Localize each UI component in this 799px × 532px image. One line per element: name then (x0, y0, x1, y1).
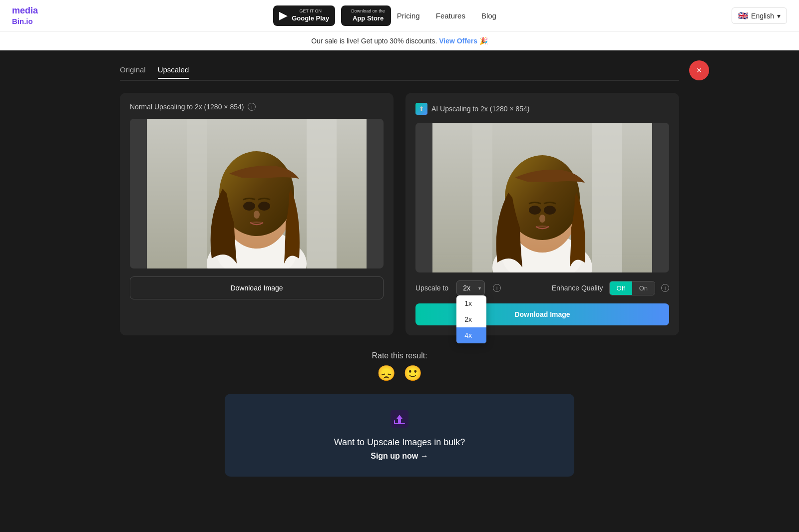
view-offers-link[interactable]: View Offers 🎉 (439, 37, 488, 45)
nav-blog[interactable]: Blog (481, 11, 496, 20)
upscale-dropdown: 1x 2x 4x (456, 295, 486, 343)
header: mediaBin.io ▶ GET IT ON Google Play Down… (0, 0, 799, 32)
svg-rect-13 (472, 123, 492, 272)
images-comparison: Normal Upscaling to 2x (1280 × 854) i (120, 93, 679, 335)
upscale-select[interactable]: 1x 2x 4x (456, 280, 485, 295)
sale-text: Our sale is live! Get upto 30% discounts… (311, 37, 437, 45)
bulk-cta-icon (241, 410, 558, 431)
normal-image (130, 119, 384, 268)
enhance-toggle: Off On (609, 281, 655, 295)
dropdown-item-2x[interactable]: 2x (456, 311, 486, 327)
upscale-select-wrapper: 1x 2x 4x ▾ 1x 2x 4x (456, 280, 485, 295)
rating-bad-emoji[interactable]: 😞 (377, 364, 396, 382)
google-play-label: Google Play (292, 14, 329, 23)
language-label: English (751, 12, 774, 20)
nav-features[interactable]: Features (436, 11, 465, 20)
logo: mediaBin.io (12, 5, 38, 26)
dropdown-item-4x[interactable]: 4x (456, 327, 486, 343)
google-play-top: GET IT ON (292, 8, 329, 14)
svg-rect-2 (187, 119, 207, 268)
bulk-cta-signup-link[interactable]: Sign up now → (371, 452, 428, 461)
rating-label: Rate this result: (120, 351, 679, 360)
dropdown-item-1x[interactable]: 1x (456, 295, 486, 311)
svg-rect-12 (592, 123, 622, 272)
upscale-to-label: Upscale to (415, 284, 448, 292)
tab-original[interactable]: Original (120, 65, 146, 79)
header-center: ▶ GET IT ON Google Play Download on the … (273, 5, 496, 26)
app-store-label: App Store (351, 14, 385, 23)
enhance-off-button[interactable]: Off (610, 281, 632, 295)
logo-text: mediaBin.io (12, 5, 38, 26)
chevron-down-icon: ▾ (777, 12, 781, 20)
ai-download-button[interactable]: Download Image (415, 303, 669, 325)
tab-bar: Original Upscaled (120, 65, 679, 81)
ai-controls: Upscale to 1x 2x 4x ▾ 1x 2x 4x i (415, 280, 669, 295)
svg-point-19 (529, 206, 541, 215)
normal-info-icon[interactable]: i (248, 103, 256, 111)
rating-emojis: 😞 🙂 (120, 364, 679, 382)
rating-section: Rate this result: 😞 🙂 (120, 351, 679, 382)
header-right: 🇬🇧 English ▾ (732, 7, 787, 24)
upscale-info-icon[interactable]: i (493, 284, 501, 292)
svg-point-21 (539, 215, 545, 223)
rating-good-emoji[interactable]: 🙂 (403, 364, 422, 382)
enhance-quality-label: Enhance Quality (552, 284, 603, 292)
svg-point-10 (254, 211, 260, 219)
normal-panel-title: Normal Upscaling to 2x (1280 × 854) i (130, 103, 384, 111)
svg-point-9 (258, 202, 270, 211)
ai-upscale-icon: ⬆ (415, 103, 427, 115)
nav-pricing[interactable]: Pricing (397, 11, 420, 20)
svg-point-20 (544, 206, 556, 215)
normal-image-container (130, 119, 384, 268)
main-content: × Original Upscaled Normal Upscaling to … (100, 50, 699, 492)
svg-rect-1 (307, 119, 337, 268)
normal-upscaling-panel: Normal Upscaling to 2x (1280 × 854) i (120, 93, 394, 335)
app-store-button[interactable]: Download on the App Store (341, 5, 391, 26)
sale-banner: Our sale is live! Get upto 30% discounts… (0, 32, 799, 50)
tab-upscaled[interactable]: Upscaled (158, 65, 189, 79)
main-nav: Pricing Features Blog (397, 11, 496, 20)
enhance-on-button[interactable]: On (632, 281, 655, 295)
language-button[interactable]: 🇬🇧 English ▾ (732, 7, 787, 24)
normal-download-button[interactable]: Download Image (130, 276, 384, 299)
google-play-icon: ▶ (279, 8, 288, 23)
close-icon: × (697, 65, 702, 76)
close-button[interactable]: × (689, 60, 709, 80)
enhance-quality-section: Enhance Quality Off On i (552, 281, 669, 295)
google-play-button[interactable]: ▶ GET IT ON Google Play (273, 5, 335, 26)
flag-icon: 🇬🇧 (738, 11, 748, 20)
bulk-cta-title: Want to Upscale Images in bulk? (241, 437, 558, 448)
ai-image-container (415, 123, 669, 272)
ai-panel-title: ⬆ AI Upscaling to 2x (1280 × 854) (415, 103, 669, 115)
ai-image (415, 123, 669, 272)
enhance-info-icon[interactable]: i (661, 284, 669, 292)
ai-upscaling-panel: ⬆ AI Upscaling to 2x (1280 × 854) (405, 93, 679, 335)
app-store-top: Download on the (351, 8, 385, 14)
svg-point-8 (243, 202, 255, 211)
bulk-upload-cta: Want to Upscale Images in bulk? Sign up … (225, 394, 574, 477)
